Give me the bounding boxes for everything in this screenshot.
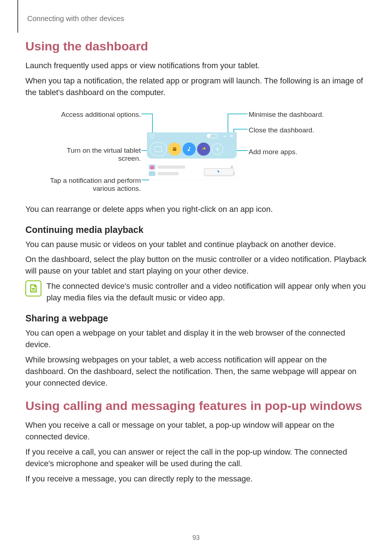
breadcrumb: Connecting with other devices (27, 15, 367, 23)
dashboard-diagram: Access additional options. Turn on the v… (25, 104, 367, 194)
close-button[interactable]: × (229, 133, 234, 139)
share-arrow-icon (201, 146, 207, 152)
heading-using-dashboard: Using the dashboard (25, 39, 367, 53)
sharing-p1: You can open a webpage on your tablet an… (25, 327, 367, 350)
callout-virtual-tablet: Turn on the virtual tablet screen. (43, 147, 141, 163)
dashboard-titlebar: – × (147, 132, 237, 140)
gear-icon[interactable] (150, 134, 154, 138)
callout-add-apps: Add more apps. (249, 148, 358, 156)
callout-close: Close the dashboard. (249, 126, 358, 134)
note-block: The connected device's music controller … (25, 280, 367, 304)
virtual-tablet-button[interactable] (150, 142, 167, 156)
music-note-icon (187, 147, 192, 152)
heading-sharing-webpage: Sharing a webpage (25, 313, 367, 324)
dashboard-intro-1: Launch frequently used apps or view noti… (25, 60, 367, 71)
notification-thumbnail (149, 165, 155, 169)
media-p1: You can pause music or videos on your ta… (25, 239, 367, 250)
app-icon-share[interactable] (197, 143, 210, 156)
dashboard-app-row: ＋ (147, 140, 237, 159)
notification-thumbnail (149, 171, 155, 176)
media-note-text: The connected device's music controller … (46, 280, 367, 304)
tablet-icon (155, 146, 162, 152)
heading-continuing-media: Continuing media playback (25, 225, 367, 235)
calling-p3: If you receive a message, you can direct… (25, 473, 367, 485)
callout-minimise: Minimise the dashboard. (249, 111, 358, 119)
notification-text-line (158, 165, 185, 169)
minimise-button[interactable]: – (223, 133, 227, 139)
notification-text-line (158, 172, 179, 175)
dashboard-intro-2: When you tap a notification, the related… (25, 75, 367, 98)
media-p2: On the dashboard, select the play button… (25, 254, 367, 277)
page-number: 93 (0, 534, 392, 542)
calling-p2: If you receive a call, you can answer or… (25, 446, 367, 469)
browser-icon (172, 147, 177, 152)
app-icon-browser[interactable] (168, 143, 181, 156)
app-icon-music[interactable] (183, 143, 196, 156)
heading-calling-messaging: Using calling and messaging features in … (25, 399, 367, 413)
page-corner-rule (17, 0, 18, 33)
add-app-button[interactable]: ＋ (212, 143, 223, 155)
context-menu-hint (204, 168, 234, 176)
callout-access-options: Access additional options. (43, 111, 141, 119)
memo-icon (29, 284, 38, 293)
dashboard-rearrange-note: You can rearrange or delete apps when yo… (25, 204, 367, 215)
dashboard-window: – × ＋ (147, 132, 237, 180)
note-icon (25, 280, 41, 296)
callout-tap-notification: Tap a notification and perform various a… (25, 177, 141, 193)
cursor-icon (217, 170, 221, 174)
power-toggle[interactable] (207, 134, 218, 138)
sharing-p2: While browsing webpages on your tablet, … (25, 354, 367, 389)
calling-p1: When you receive a call or message on yo… (25, 419, 367, 443)
